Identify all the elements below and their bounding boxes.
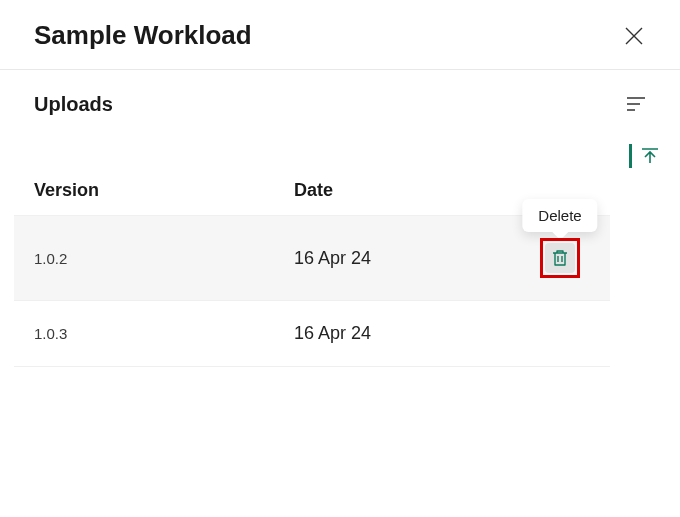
filter-menu-button[interactable] <box>624 92 648 116</box>
uploads-table: Version Date 1.0.2 16 Apr 24 Delete 1.0.… <box>14 166 610 367</box>
dialog-header: Sample Workload <box>0 0 680 70</box>
cell-version: 1.0.2 <box>34 250 294 267</box>
cell-version: 1.0.3 <box>34 325 294 342</box>
row-actions: Delete <box>530 238 590 278</box>
section-header: Uploads <box>0 70 680 116</box>
content-area: Uploads Version Date 1.0.2 16 Apr 24 Del… <box>0 70 680 367</box>
delete-tooltip: Delete <box>522 199 597 232</box>
side-actions <box>629 144 660 168</box>
upload-button[interactable] <box>640 146 660 166</box>
filter-icon <box>627 97 645 111</box>
table-row[interactable]: 1.0.3 16 Apr 24 <box>14 301 610 367</box>
table-header: Version Date <box>14 166 610 216</box>
close-button[interactable] <box>620 22 648 50</box>
close-icon <box>625 27 643 45</box>
cell-date: 16 Apr 24 <box>294 323 530 344</box>
cell-date: 16 Apr 24 <box>294 248 530 269</box>
upload-icon <box>641 147 659 165</box>
column-header-date: Date <box>294 180 590 201</box>
table-row[interactable]: 1.0.2 16 Apr 24 Delete <box>14 216 610 301</box>
section-title: Uploads <box>34 93 113 116</box>
trash-icon <box>552 249 568 267</box>
page-title: Sample Workload <box>34 20 252 51</box>
accent-bar <box>629 144 632 168</box>
column-header-version: Version <box>34 180 294 201</box>
annotation-highlight <box>540 238 580 278</box>
delete-button[interactable] <box>545 243 575 273</box>
